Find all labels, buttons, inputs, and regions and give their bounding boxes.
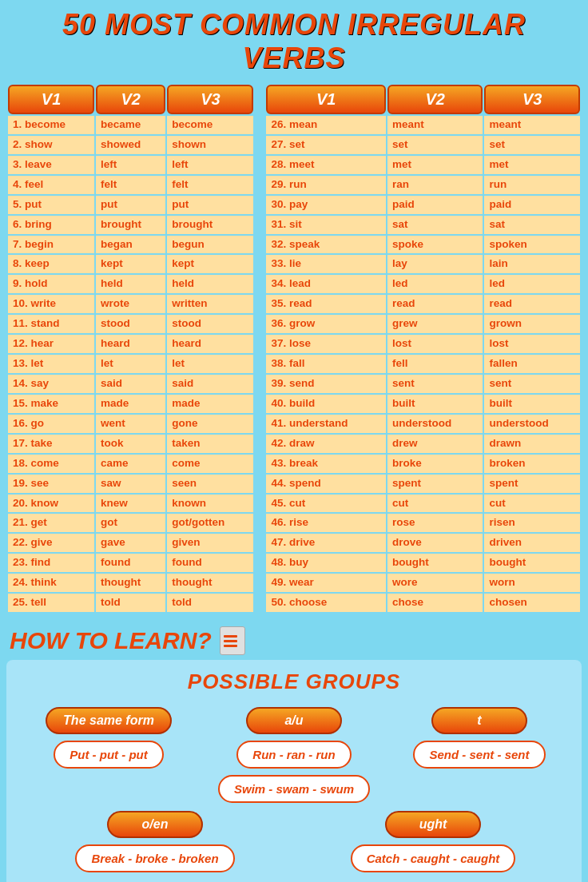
right-cell-17-0: 43. break: [266, 455, 386, 473]
divider-cell: [255, 455, 264, 473]
left-cell-20-0: 21. get: [8, 514, 94, 532]
left-cell-11-2: heard: [167, 335, 253, 353]
right-cell-3-2: run: [484, 176, 580, 194]
right-cell-1-1: set: [387, 136, 483, 154]
left-cell-4-2: put: [167, 196, 253, 214]
right-cell-0-0: 26. mean: [266, 116, 386, 134]
oen-example: Break - broke - broken: [75, 844, 234, 872]
groups-section: Possible Groups The same form a/u t Put …: [6, 660, 582, 882]
right-cell-20-0: 46. rise: [266, 514, 386, 532]
left-cell-0-1: became: [96, 116, 165, 134]
how-to-learn-section: How to Learn?: [0, 620, 588, 660]
right-v2-header: V2: [387, 85, 483, 114]
right-cell-3-1: ran: [387, 176, 483, 194]
right-cell-13-2: sent: [484, 375, 580, 393]
table-row: 5. putputput30. paypaidpaid: [8, 196, 580, 214]
divider-cell: [255, 574, 264, 592]
divider-cell: [255, 236, 264, 254]
right-cell-21-0: 47. drive: [266, 534, 386, 552]
left-cell-6-1: began: [96, 236, 165, 254]
divider-cell: [255, 275, 264, 293]
divider-cell: [255, 295, 264, 313]
right-cell-7-0: 33. lie: [266, 255, 386, 273]
right-cell-9-0: 35. read: [266, 295, 386, 313]
same-form-label: The same form: [46, 707, 172, 734]
right-cell-15-0: 41. understand: [266, 415, 386, 433]
left-cell-21-2: given: [167, 534, 253, 552]
divider-cell: [255, 315, 264, 333]
right-cell-11-1: lost: [387, 335, 483, 353]
table-row: 19. seesawseen44. spendspentspent: [8, 475, 580, 493]
right-cell-13-1: sent: [387, 375, 483, 393]
divider-cell: [255, 435, 264, 453]
groups-bottom-labels: o/en Break - broke - broken ught Catch -…: [19, 811, 569, 872]
right-cell-18-1: spent: [387, 475, 483, 493]
groups-labels-row: The same form a/u t: [19, 707, 569, 734]
right-cell-19-0: 45. cut: [266, 495, 386, 513]
left-cell-20-1: got: [96, 514, 165, 532]
left-cell-12-0: 13. let: [8, 355, 94, 373]
group-t-example-col: Send - sent - sent: [390, 741, 569, 769]
divider-cell: [255, 554, 264, 572]
right-cell-8-2: led: [484, 275, 580, 293]
table-row: 25. telltoldtold50. choosechosechosen: [8, 594, 580, 612]
divider-cell: [255, 116, 264, 134]
oen-label: o/en: [107, 811, 203, 838]
right-cell-5-0: 31. sit: [266, 216, 386, 234]
right-cell-6-1: spoke: [387, 236, 483, 254]
left-cell-11-1: heard: [96, 335, 165, 353]
divider-cell: [255, 335, 264, 353]
table-row: 23. findfoundfound48. buyboughtbought: [8, 554, 580, 572]
left-cell-16-0: 17. take: [8, 435, 94, 453]
group-ught-col: ught Catch - caught - caught: [297, 811, 569, 872]
table-row: 24. thinkthoughtthought49. wearworeworn: [8, 574, 580, 592]
table-row: 7. beginbeganbegun32. speakspokespoken: [8, 236, 580, 254]
right-cell-13-0: 39. send: [266, 375, 386, 393]
group-au-example1-col: Run - ran - run: [205, 741, 383, 769]
left-cell-4-1: put: [96, 196, 165, 214]
right-cell-22-1: bought: [387, 554, 483, 572]
left-cell-24-0: 25. tell: [8, 594, 94, 612]
divider-cell: [255, 375, 264, 393]
divider-cell: [255, 156, 264, 174]
left-cell-7-1: kept: [96, 255, 165, 273]
right-cell-6-2: spoken: [484, 236, 580, 254]
divider-cell: [255, 514, 264, 532]
right-cell-21-1: drove: [387, 534, 483, 552]
right-cell-23-0: 49. wear: [266, 574, 386, 592]
right-cell-14-0: 40. build: [266, 395, 386, 413]
divider-cell: [255, 255, 264, 273]
right-v1-header: V1: [266, 85, 386, 114]
left-cell-18-2: seen: [167, 475, 253, 493]
right-cell-22-0: 48. buy: [266, 554, 386, 572]
right-cell-16-0: 42. draw: [266, 435, 386, 453]
t-label: t: [431, 707, 527, 734]
table-row: 4. feelfeltfelt29. runranrun: [8, 176, 580, 194]
left-cell-3-0: 4. feel: [8, 176, 94, 194]
right-cell-21-2: driven: [484, 534, 580, 552]
left-cell-14-1: made: [96, 395, 165, 413]
au-example2: Swim - swam - swum: [218, 775, 370, 803]
page-title: 50 Most Common Irregular Verbs: [6, 8, 582, 75]
table-row: 9. holdheldheld34. leadledled: [8, 275, 580, 293]
groups-examples-row1: Put - put - put Run - ran - run Send - s…: [19, 741, 569, 769]
left-cell-22-2: found: [167, 554, 253, 572]
divider-cell: [255, 534, 264, 552]
right-cell-12-0: 38. fall: [266, 355, 386, 373]
right-cell-23-2: worn: [484, 574, 580, 592]
right-cell-9-2: read: [484, 295, 580, 313]
left-cell-19-0: 20. know: [8, 495, 94, 513]
left-cell-18-1: saw: [96, 475, 165, 493]
left-cell-7-0: 8. keep: [8, 255, 94, 273]
t-example: Send - sent - sent: [413, 741, 545, 769]
right-cell-1-2: set: [484, 136, 580, 154]
left-cell-0-2: become: [167, 116, 253, 134]
left-cell-0-0: 1. become: [8, 116, 94, 134]
left-v1-header: V1: [8, 85, 94, 114]
groups-title: Possible Groups: [19, 669, 569, 694]
right-cell-24-1: chose: [387, 594, 483, 612]
left-cell-5-0: 6. bring: [8, 216, 94, 234]
left-cell-16-1: took: [96, 435, 165, 453]
left-cell-14-0: 15. make: [8, 395, 94, 413]
right-cell-16-1: drew: [387, 435, 483, 453]
